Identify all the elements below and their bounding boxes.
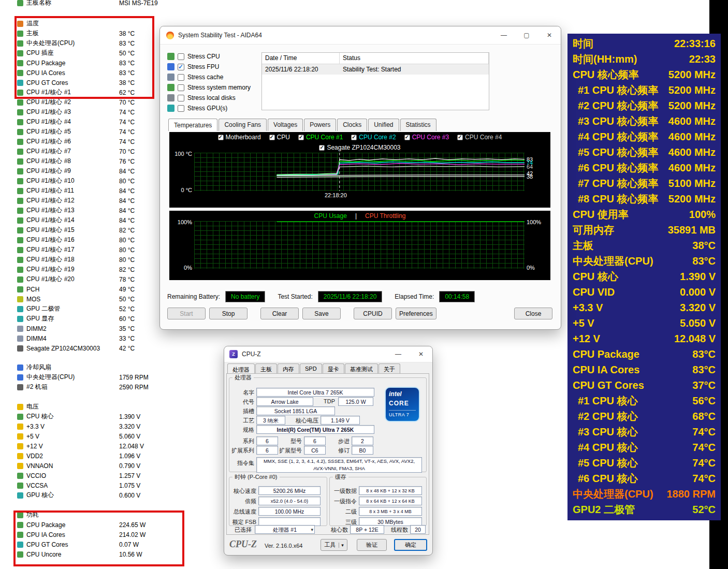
stability-tab-5[interactable]: Unified [368, 119, 399, 131]
legend-item[interactable]: Motherboard [218, 134, 261, 141]
sensorpanel-value: 5200 MHz [668, 98, 716, 113]
legend-item[interactable]: Seagate ZP1024CM30003 [319, 144, 400, 151]
sensor-label: CPU Package [26, 60, 65, 67]
core-voltage-field: 1.149 V [321, 416, 360, 425]
legend-item[interactable]: CPU Core #4 [457, 134, 502, 141]
legend-label: CPU Core #4 [465, 134, 502, 141]
stress-item[interactable]: Stress CPU [167, 51, 251, 62]
stress-item[interactable]: Stress system memory [167, 82, 251, 93]
minimize-button[interactable]: — [387, 346, 410, 362]
close-window-button[interactable]: ✕ [538, 26, 561, 44]
sensorpanel-value: 83°C [692, 362, 716, 377]
sensor-label: MOS [26, 296, 40, 303]
legend-checkbox[interactable] [404, 135, 410, 140]
clear-button[interactable]: Clear [260, 308, 299, 319]
tools-button[interactable]: 工具 ▾ [321, 539, 347, 551]
checkbox[interactable] [178, 64, 184, 70]
stress-label: Stress FPU [187, 63, 219, 70]
processor-groupbox: 处理器 名字 Intel Core Ultra 7 265K intel COR… [229, 374, 427, 472]
sensorpanel-row: 时间(HH:mm)22:33 [567, 51, 721, 67]
legend-checkbox[interactable] [319, 145, 325, 151]
checkbox[interactable] [178, 105, 184, 112]
checkbox[interactable] [178, 84, 184, 91]
legend-checkbox[interactable] [298, 135, 304, 140]
stress-item[interactable]: Stress FPU [167, 62, 251, 72]
sensorpanel-label: 时间 [573, 36, 593, 51]
legend-item[interactable]: CPU Core #3 [404, 134, 449, 141]
validate-button[interactable]: 验证 [357, 539, 387, 551]
close-window-button[interactable]: ✕ [410, 346, 432, 362]
sensorpanel-value: 1.390 V [680, 269, 716, 284]
sensor-section-header: 温度 [14, 19, 185, 28]
ok-button[interactable]: 确定 [394, 539, 427, 551]
package-label: 插槽 [230, 407, 254, 415]
processor-select[interactable]: 处理器 #1 ▾ [255, 525, 315, 534]
cpu-usage-legend-label: CPU Usage [314, 212, 347, 220]
sensor-section-header: 电压 [14, 402, 185, 412]
close-button[interactable]: Close [514, 308, 552, 319]
stability-tab-3[interactable]: Powers [304, 119, 336, 131]
sensorpanel-label: #5 CPU 核心频率 [573, 144, 659, 160]
cache-groupbox: 缓存 一级数据 8 x 48 KB + 12 x 32 KB 一级指令 8 x … [329, 473, 427, 526]
stability-tab-4[interactable]: Clocks [337, 119, 367, 131]
checkbox[interactable] [178, 53, 184, 60]
legend-item[interactable]: CPU Core #1 [298, 134, 343, 141]
cpuid-button[interactable]: CPUID [354, 308, 392, 319]
sensorpanel-value: 12.048 V [674, 331, 716, 346]
log-row[interactable]: 2025/11/6 22:18:20 Stability Test: Start… [262, 64, 489, 75]
log-col-status[interactable]: Status [340, 53, 489, 64]
stress-item[interactable]: Stress local disks [167, 93, 251, 103]
ext-family-field: 6 [256, 446, 278, 455]
stability-footer: Remaining Battery: No battery Test Start… [160, 291, 561, 302]
sensor-row: VCCIO1.257 V [14, 471, 185, 480]
sensor-label: CPU #1/核心 #18 [26, 255, 75, 264]
sensorpanel-label: #4 CPU 核心频率 [573, 129, 659, 144]
stability-titlebar[interactable]: System Stability Test - AIDA64 — ▢ ✕ [160, 26, 561, 45]
stability-tab-2[interactable]: Voltages [268, 119, 303, 131]
legend-checkbox[interactable] [218, 135, 224, 140]
log-col-datetime[interactable]: Date / Time [262, 53, 340, 64]
legend-item[interactable]: CPU Core #2 [351, 134, 396, 141]
voltage-icon [17, 453, 23, 459]
motherboard-icon [17, 0, 23, 6]
legend-checkbox[interactable] [457, 135, 463, 140]
sensor-row: CPU Uncore10.56 W [14, 549, 185, 559]
sensorpanel-row: #6 CPU 核心频率4600 MHz [567, 160, 721, 176]
sensorpanel-row: 中央处理器(CPU)83°C [567, 253, 721, 269]
cpuz-logo: CPU-Z [229, 539, 257, 550]
sensor-value: 84 °C [119, 197, 135, 205]
sensorpanel-row: CPU IA Cores83°C [567, 362, 721, 377]
cpu-icon [17, 257, 23, 263]
sensor-label: CPU GT Cores [26, 541, 68, 548]
stop-button[interactable]: Stop [209, 308, 247, 319]
sensorpanel-label: GPU2 二极管 [573, 502, 635, 517]
stress-item[interactable]: Stress GPU(s) [167, 103, 251, 113]
model-label: 型号 [280, 437, 302, 445]
cpu-icon [17, 267, 23, 273]
stability-tab-6[interactable]: Statistics [400, 119, 436, 131]
start-button[interactable]: Start [167, 308, 206, 319]
stress-item[interactable]: Stress cache [167, 72, 251, 82]
gpu-icon [167, 105, 174, 112]
cpuz-titlebar[interactable]: Z CPU-Z — ✕ [224, 346, 432, 362]
sensor-label: CPU Package [26, 521, 65, 529]
checkbox[interactable] [178, 74, 184, 81]
disk-icon [17, 345, 23, 352]
sensorpanel-value: 5200 MHz [668, 82, 716, 98]
sensor-section: 冷却风扇中央处理器(CPU)1759 RPM#2 机箱2590 RPM [14, 362, 185, 392]
stress-options-list: Stress CPUStress FPUStress cacheStress s… [167, 51, 251, 113]
checkbox[interactable] [178, 95, 184, 101]
stress-label: Stress system memory [187, 84, 251, 91]
stability-tab-1[interactable]: Cooling Fans [219, 119, 267, 131]
cores-label: 核心数 [326, 526, 348, 534]
minimize-button[interactable]: — [492, 26, 515, 44]
maximize-button[interactable]: ▢ [515, 26, 538, 44]
stability-tab-0[interactable]: Temperatures [168, 119, 217, 131]
preferences-button[interactable]: Preferences [396, 308, 436, 319]
save-button[interactable]: Save [302, 308, 341, 319]
legend-checkbox[interactable] [351, 135, 357, 140]
legend-checkbox[interactable] [269, 135, 275, 140]
current-values-column: 8374644238 [525, 153, 550, 191]
legend-item[interactable]: CPU [269, 134, 290, 141]
sensorpanel-label: #8 CPU 核心频率 [573, 191, 659, 207]
